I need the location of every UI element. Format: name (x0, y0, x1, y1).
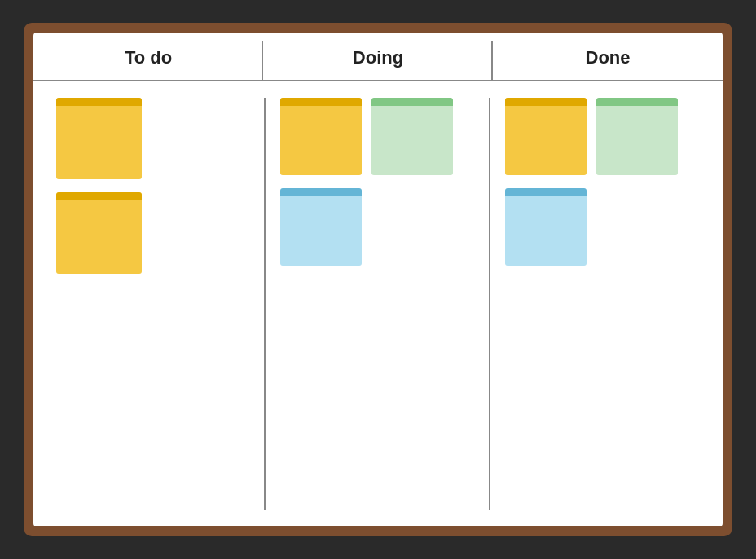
note-tab (280, 98, 362, 106)
note-row (56, 98, 251, 179)
note-row (56, 192, 251, 274)
column-header-doing: Doing (263, 47, 493, 68)
note-row (280, 98, 475, 175)
sticky-note[interactable] (505, 98, 587, 175)
column-header-todo: To do (33, 47, 263, 68)
sticky-note[interactable] (280, 98, 362, 175)
board-frame: To do Doing Done (24, 23, 732, 536)
note-tab (371, 98, 453, 106)
sticky-note[interactable] (596, 98, 678, 175)
note-row (280, 188, 475, 266)
column-doing (266, 98, 490, 510)
note-tab (56, 192, 142, 200)
column-header-done: Done (493, 47, 723, 68)
note-tab (505, 188, 587, 196)
board-header: To do Doing Done (33, 33, 723, 81)
sticky-note[interactable] (280, 188, 362, 266)
column-done (490, 98, 714, 510)
note-row (505, 188, 700, 266)
note-tab (596, 98, 678, 106)
note-tab (505, 98, 587, 106)
note-tab (56, 98, 142, 106)
column-todo (42, 98, 266, 510)
sticky-note[interactable] (56, 98, 142, 179)
sticky-note[interactable] (371, 98, 453, 175)
note-row (505, 98, 700, 175)
sticky-note[interactable] (505, 188, 587, 266)
kanban-board: To do Doing Done (33, 33, 723, 526)
sticky-note[interactable] (56, 192, 142, 274)
board-columns (33, 81, 723, 526)
note-tab (280, 188, 362, 196)
